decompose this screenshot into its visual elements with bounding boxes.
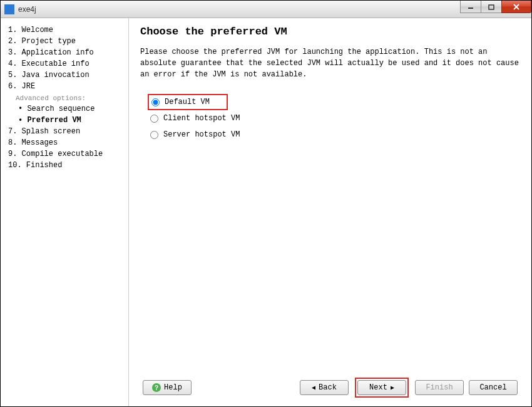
radio-default-vm-input[interactable]: [151, 98, 160, 106]
wizard-sidebar: 1. Welcome 2. Project type 3. Applicatio…: [1, 18, 129, 406]
back-button[interactable]: ◀ Back: [300, 380, 349, 395]
step-jre[interactable]: 6. JRE: [4, 81, 125, 92]
step-compile-executable[interactable]: 9. Compile executable: [4, 148, 125, 160]
help-icon: ?: [152, 383, 161, 392]
radio-server-hotspot[interactable]: Server hotspot VM: [148, 126, 520, 143]
button-bar: ? Help ◀ Back Next ▶ Finish Cancel: [140, 378, 520, 398]
main-panel: Choose the preferred VM Please choose th…: [129, 18, 531, 406]
back-button-label: Back: [319, 383, 337, 392]
radio-client-hotspot[interactable]: Client hotspot VM: [148, 110, 520, 126]
window-controls: [461, 1, 531, 13]
substep-preferred-vm[interactable]: • Preferred VM: [4, 115, 125, 126]
radio-client-hotspot-label: Client hotspot VM: [163, 114, 240, 123]
substep-search-sequence[interactable]: • Search sequence: [4, 103, 125, 115]
step-executable-info[interactable]: 4. Executable info: [4, 58, 125, 70]
page-description: Please choose the preferred JVM for laun…: [140, 46, 520, 80]
finish-button[interactable]: Finish: [415, 380, 464, 395]
svg-rect-1: [489, 5, 494, 9]
minimize-icon: [468, 4, 474, 10]
help-button[interactable]: ? Help: [143, 380, 192, 395]
radio-client-hotspot-input[interactable]: [150, 115, 158, 123]
maximize-button[interactable]: [481, 1, 502, 13]
close-icon: [513, 3, 520, 11]
cancel-button-label: Cancel: [479, 383, 506, 392]
step-messages[interactable]: 8. Messages: [4, 137, 125, 148]
step-java-invocation[interactable]: 5. Java invocation: [4, 70, 125, 81]
vm-radio-group: Default VM Client hotspot VM Server hots…: [140, 94, 520, 143]
step-project-type[interactable]: 2. Project type: [4, 36, 125, 47]
radio-default-vm[interactable]: Default VM: [148, 94, 228, 110]
next-button[interactable]: Next ▶: [357, 380, 406, 395]
step-application-info[interactable]: 3. Application info: [4, 47, 125, 58]
window-title: exe4j: [18, 5, 36, 14]
step-finished[interactable]: 10. Finished: [4, 160, 125, 171]
step-welcome[interactable]: 1. Welcome: [4, 24, 125, 36]
radio-server-hotspot-label: Server hotspot VM: [163, 130, 240, 139]
radio-server-hotspot-input[interactable]: [150, 131, 158, 139]
minimize-button[interactable]: [460, 1, 481, 13]
help-button-label: Help: [164, 383, 182, 392]
step-splash-screen[interactable]: 7. Splash screen: [4, 126, 125, 137]
titlebar: exe4j: [1, 1, 531, 18]
advanced-options-label: Advanced options:: [4, 92, 125, 103]
finish-button-label: Finish: [426, 383, 453, 392]
radio-default-vm-label: Default VM: [165, 98, 210, 106]
cancel-button[interactable]: Cancel: [469, 380, 518, 395]
close-button[interactable]: [501, 1, 531, 13]
maximize-icon: [488, 4, 494, 10]
page-heading: Choose the preferred VM: [140, 26, 520, 38]
next-highlight: Next ▶: [355, 378, 409, 398]
app-icon: [4, 4, 14, 14]
arrow-left-icon: ◀: [312, 384, 315, 391]
arrow-right-icon: ▶: [391, 384, 394, 391]
next-button-label: Next: [369, 383, 387, 392]
